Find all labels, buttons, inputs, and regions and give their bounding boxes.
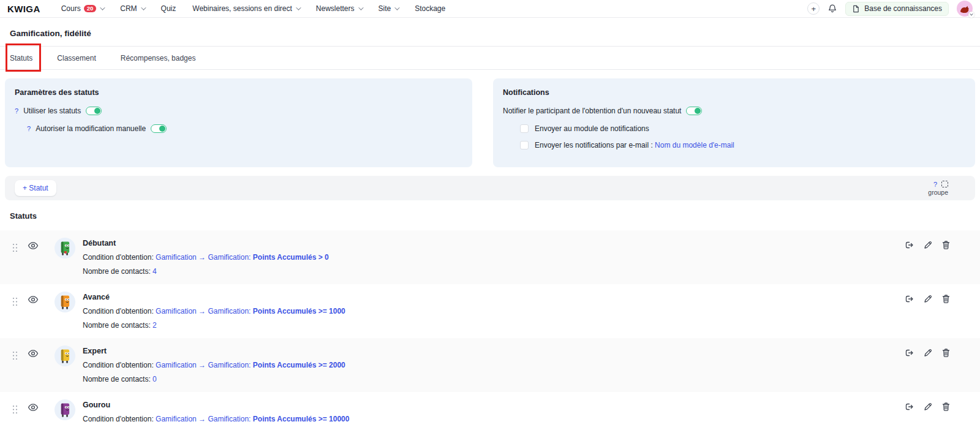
drag-handle[interactable] [12, 297, 18, 309]
edit-pencil-icon[interactable] [923, 402, 933, 412]
list-toolbar: + Statut ? groupe [5, 176, 975, 200]
move-transfer-icon[interactable] [904, 348, 914, 358]
panel-title: Notifications [503, 88, 965, 97]
delete-trash-icon[interactable] [941, 402, 951, 412]
add-button[interactable]: + [807, 2, 820, 15]
nav-item-label: Webinaires, sessions en direct [192, 4, 292, 13]
contacts-label: Nombre de contacts: [83, 321, 151, 330]
user-avatar[interactable] [957, 1, 973, 17]
delete-trash-icon[interactable] [941, 294, 951, 304]
nav-item[interactable]: Cours 20 [61, 4, 104, 13]
status-row: ♥ Débutant Condition d'obtention: Gamifi… [0, 230, 980, 284]
nav-item[interactable]: Webinaires, sessions en direct [192, 4, 300, 13]
toggle-label: Notifier le participant de l'obtention d… [503, 107, 681, 115]
group-selection-icon[interactable] [941, 181, 948, 187]
tab-bar: Statuts Classement Récompenses, badges [0, 46, 980, 70]
notifications-bell-icon[interactable] [827, 4, 837, 13]
settings-panels: Paramètres des statuts ? Utiliser les st… [0, 70, 980, 167]
group-label: groupe [928, 189, 948, 196]
nav-item[interactable]: Stockage [415, 4, 445, 13]
status-name: Débutant [83, 239, 329, 247]
status-mascot-image: ♥ [55, 238, 75, 259]
knowledge-base-button[interactable]: Base de connaissances [845, 2, 949, 16]
notifications-panel: Notifications Notifier le participant de… [493, 78, 975, 167]
chevron-down-icon [100, 5, 105, 10]
edit-pencil-icon[interactable] [923, 348, 933, 358]
contacts-count[interactable]: 0 [153, 375, 157, 383]
contacts-label: Nombre de contacts: [83, 375, 151, 383]
checkbox-unchecked[interactable] [520, 124, 529, 133]
toggle-switch-on[interactable] [686, 107, 702, 115]
condition-rule-link[interactable]: Points Accumulés >= 2000 [253, 361, 345, 369]
edit-pencil-icon[interactable] [923, 294, 933, 304]
status-condition: Condition d'obtention: Gamification → Ga… [83, 253, 329, 262]
condition-rule-link[interactable]: Points Accumulés >= 1000 [253, 307, 345, 315]
nav-item[interactable]: Newsletters [316, 4, 362, 13]
drag-handle[interactable] [12, 243, 18, 255]
drag-handle[interactable] [12, 351, 18, 363]
tab-classement[interactable]: Classement [57, 54, 96, 62]
condition-label: Condition d'obtention: [83, 361, 154, 369]
visibility-eye-icon[interactable] [28, 241, 39, 252]
visibility-eye-icon[interactable] [28, 349, 39, 360]
move-transfer-icon[interactable] [904, 294, 914, 304]
tab-statuts[interactable]: Statuts [10, 54, 32, 62]
move-transfer-icon[interactable] [904, 402, 914, 412]
status-name: Expert [83, 347, 345, 355]
checkbox-label: Envoyer au module de notifications [535, 124, 649, 133]
condition-label: Condition d'obtention: [83, 253, 154, 262]
toggle-switch-on[interactable] [86, 107, 102, 115]
group-controls: ? groupe [928, 181, 948, 196]
visibility-eye-icon[interactable] [28, 295, 39, 306]
status-mascot-image [55, 399, 75, 420]
condition-path-link[interactable]: Gamification → Gamification: [156, 361, 251, 369]
status-mascot-image [55, 292, 75, 312]
nav-item[interactable]: Quiz [161, 4, 176, 13]
checkbox-unchecked[interactable] [520, 141, 529, 149]
edit-pencil-icon[interactable] [923, 240, 933, 250]
nav-item-label: Site [379, 4, 391, 13]
avatar-chevron-icon [968, 12, 974, 18]
toggle-switch-on[interactable] [151, 124, 167, 133]
add-status-button[interactable]: + Statut [15, 180, 56, 196]
status-name: Avancé [83, 293, 345, 301]
topbar-actions: + Base de connaissances [807, 1, 973, 17]
contacts-label: Nombre de contacts: [83, 267, 151, 276]
svg-text:♥: ♥ [64, 249, 67, 255]
condition-path-link[interactable]: Gamification → Gamification: [156, 307, 251, 315]
delete-trash-icon[interactable] [941, 240, 951, 250]
condition-path-link[interactable]: Gamification → Gamification: [156, 253, 251, 262]
condition-rule-link[interactable]: Points Accumulés > 0 [253, 253, 329, 262]
move-transfer-icon[interactable] [904, 240, 914, 250]
visibility-eye-icon[interactable] [28, 403, 39, 414]
tab-recompenses-badges[interactable]: Récompenses, badges [121, 54, 196, 62]
nav-item[interactable]: CRM [120, 4, 144, 13]
nav-item[interactable]: Site [379, 4, 399, 13]
help-icon[interactable]: ? [27, 125, 31, 132]
nav-item-label: Stockage [415, 4, 445, 13]
status-condition: Condition d'obtention: Gamification → Ga… [83, 361, 345, 369]
toggle-label: Autoriser la modification manuelle [36, 124, 146, 133]
status-contacts: Nombre de contacts: 4 [83, 267, 329, 276]
drag-handle[interactable] [12, 405, 18, 417]
status-details: Avancé Condition d'obtention: Gamificati… [83, 292, 345, 330]
help-icon[interactable]: ? [15, 107, 18, 115]
count-badge: 20 [84, 5, 97, 13]
status-condition: Condition d'obtention: Gamification → Ga… [83, 307, 345, 315]
row-actions [904, 240, 951, 250]
chevron-down-icon [394, 5, 399, 10]
condition-label: Condition d'obtention: [83, 307, 154, 315]
condition-rule-link[interactable]: Points Accumulés >= 10000 [253, 415, 350, 423]
contacts-count[interactable]: 2 [153, 321, 157, 330]
status-condition: Condition d'obtention: Gamification → Ga… [83, 415, 349, 423]
status-name: Gourou [83, 401, 349, 409]
help-icon[interactable]: ? [933, 181, 937, 188]
kwiga-logo: KWIGA [7, 4, 40, 14]
status-details: Gourou Condition d'obtention: Gamificati… [83, 399, 349, 423]
checkbox-label: Envoyer les notifications par e-mail : N… [535, 141, 734, 149]
email-template-link[interactable]: Nom du modèle d'e-mail [655, 141, 734, 149]
contacts-count[interactable]: 4 [153, 267, 157, 276]
delete-trash-icon[interactable] [941, 348, 951, 358]
status-settings-panel: Paramètres des statuts ? Utiliser les st… [5, 78, 472, 167]
condition-path-link[interactable]: Gamification → Gamification: [156, 415, 251, 423]
